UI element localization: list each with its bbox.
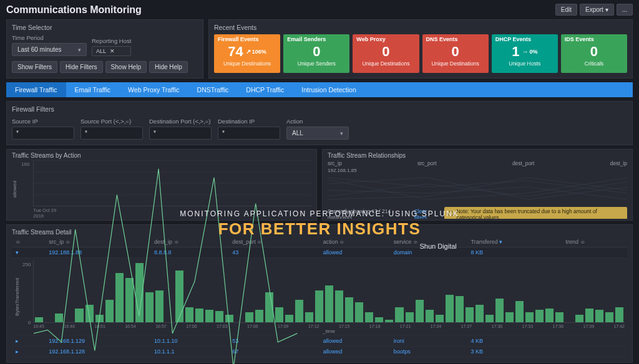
event-card-badge: 0% (522, 48, 537, 55)
close-icon[interactable]: ✕ (110, 48, 115, 54)
event-card-sub: Unique Destinations (362, 60, 409, 67)
event-card-value: 0 (590, 45, 598, 59)
event-card-title: IDS Events (565, 36, 594, 42)
event-card-title: Email Senders (287, 36, 326, 42)
col-service[interactable]: service (390, 237, 467, 247)
page-title: Communications Monitoring (6, 4, 142, 16)
stream-relationships-panel: Traffic Stream Relationships src_ip src_… (322, 149, 633, 221)
event-card-title: DNS Events (426, 36, 458, 42)
more-button[interactable]: ... (617, 4, 633, 16)
event-card-badge: 106% (246, 48, 266, 55)
cell-action[interactable]: allowed (320, 347, 390, 357)
cell-transfered[interactable]: 4 KB (467, 336, 562, 347)
cell-service[interactable]: domain (390, 247, 467, 258)
filter-input-3[interactable] (218, 127, 280, 140)
reporting-host-value: ALL (96, 48, 106, 54)
chevron-down-icon (78, 46, 81, 53)
cell-trend (562, 247, 627, 258)
clear-filters-link[interactable]: Clear filters (414, 208, 439, 219)
rel-header-src-ip: src_ip (328, 160, 342, 166)
event-card-sub: Criticals (585, 60, 603, 67)
firewall-filters-label: Firewall Filters (12, 105, 627, 113)
detail-ymax: 250 (22, 262, 31, 267)
recent-events-label: Recent Events (214, 24, 627, 31)
tab-email-traffic[interactable]: Email Traffic (66, 82, 120, 97)
event-card-1[interactable]: Email Senders 0 Unique Senders (283, 34, 349, 73)
hide-filters-button[interactable]: Hide Filters (60, 61, 103, 73)
show-help-button[interactable]: Show Help (105, 61, 147, 73)
col-action[interactable]: action (320, 237, 390, 247)
col-Transfered[interactable]: Transfered (467, 237, 562, 247)
col-trend[interactable]: trend (562, 237, 627, 247)
trend-arrow-icon (522, 48, 528, 55)
time-period-select[interactable]: Last 60 minutes (12, 43, 87, 56)
parallel-coords-chart[interactable] (328, 175, 627, 206)
truncation-note: ⓘ Note: Your data has been truncated due… (444, 207, 627, 219)
time-period-value: Last 60 minutes (17, 46, 62, 53)
collapse-icon[interactable]: ▾ (16, 249, 22, 256)
hide-help-button[interactable]: Hide Help (149, 61, 188, 73)
filter-input-2[interactable] (149, 127, 212, 140)
reporting-host-label: Reporting Host (92, 37, 131, 44)
cell-transfered[interactable]: 8 KB (467, 247, 562, 258)
streams-by-action-title: Traffic Streams by Action (12, 152, 311, 159)
reporting-host-token[interactable]: ALL ✕ (92, 46, 131, 56)
streams-ylabel: allowed (12, 181, 17, 198)
event-card-2[interactable]: Web Proxy 0 Unique Destinations (353, 34, 419, 73)
filter-label-0: Source IP (12, 118, 74, 125)
event-card-value: 0 (451, 45, 459, 59)
filter-input-1[interactable] (80, 127, 143, 140)
tab-firewall-traffic[interactable]: Firewall Traffic (6, 82, 66, 97)
cell-service[interactable]: ironi (390, 336, 467, 347)
event-card-title: Firewall Events (218, 36, 259, 42)
expand-icon[interactable]: ▸ (16, 348, 22, 355)
time-selector-panel: Time Selector Time Period Last 60 minute… (6, 19, 203, 79)
event-card-sub: Unique Senders (298, 60, 336, 67)
streams-line-chart[interactable] (33, 160, 311, 206)
tab-web-proxy-traffic[interactable]: Web Proxy Traffic (119, 82, 188, 97)
stream-relationships-title: Traffic Stream Relationships (328, 152, 627, 159)
edit-button[interactable]: Edit (555, 4, 577, 16)
detail-ymin: 0 (28, 320, 31, 325)
event-card-title: Web Proxy (356, 36, 385, 42)
filter-input-0[interactable] (12, 127, 74, 140)
event-card-3[interactable]: DNS Events 0 Unique Destinations (422, 34, 489, 73)
filter-action-select[interactable]: ALL (286, 127, 349, 140)
event-card-sub: Unique Destinations (432, 60, 479, 67)
detail-ylabel: BytesTransferred (14, 278, 20, 316)
cell-service[interactable]: bootps (390, 347, 467, 357)
filter-action-label: Action (286, 118, 349, 125)
export-button[interactable]: Export ▾ (580, 4, 614, 16)
cell-transfered[interactable]: 3 KB (467, 347, 562, 357)
cell-trend (562, 347, 627, 357)
tab-intrusion-detection[interactable]: Intrusion Detection (293, 82, 365, 97)
time-period-label: Time Period (12, 34, 87, 41)
event-card-5[interactable]: IDS Events 0 Criticals (561, 34, 627, 73)
filter-action-value: ALL (292, 130, 303, 136)
filter-label-3: Destination IP (218, 118, 280, 125)
cell-action[interactable]: allowed (320, 247, 390, 258)
streams-ymax: 160 (21, 161, 29, 167)
traffic-tabs: Firewall TrafficEmail TrafficWeb Proxy T… (6, 82, 633, 97)
event-card-0[interactable]: Firewall Events 74 106% Unique Destinati… (214, 34, 280, 73)
tab-dnstraffic[interactable]: DNSTraffic (188, 82, 238, 97)
cell-trend (562, 336, 627, 347)
show-filters-button[interactable]: Show Filters (12, 61, 57, 73)
event-card-sub: Unique Hosts (509, 60, 540, 67)
rel-showing-text: Currently showing 17 / 214 datapoints (328, 208, 408, 219)
expand-icon[interactable]: ▸ (16, 338, 22, 344)
event-card-value: 0 (313, 45, 320, 59)
filter-label-1: Source Port (<,>,=) (80, 118, 143, 125)
event-card-4[interactable]: DHCP Events 1 0% Unique Hosts (492, 34, 558, 73)
rel-sample-ip: 192.168.1.85 (328, 166, 627, 175)
time-selector-label: Time Selector (12, 24, 198, 31)
cell-action[interactable]: allowed (320, 336, 390, 347)
streams-by-action-panel: Traffic Streams by Action allowed 160 Tu… (6, 149, 317, 221)
info-icon: ⓘ (448, 211, 454, 218)
event-card-title: DHCP Events (495, 36, 531, 42)
tab-dhcp-traffic[interactable]: DHCP Traffic (237, 82, 293, 97)
rel-header-dest-ip: dest_ip (610, 160, 627, 166)
event-card-value: 0 (382, 45, 389, 59)
recent-events-panel: Recent Events Firewall Events 74 106% Un… (208, 19, 633, 79)
trend-arrow-icon (246, 48, 251, 55)
